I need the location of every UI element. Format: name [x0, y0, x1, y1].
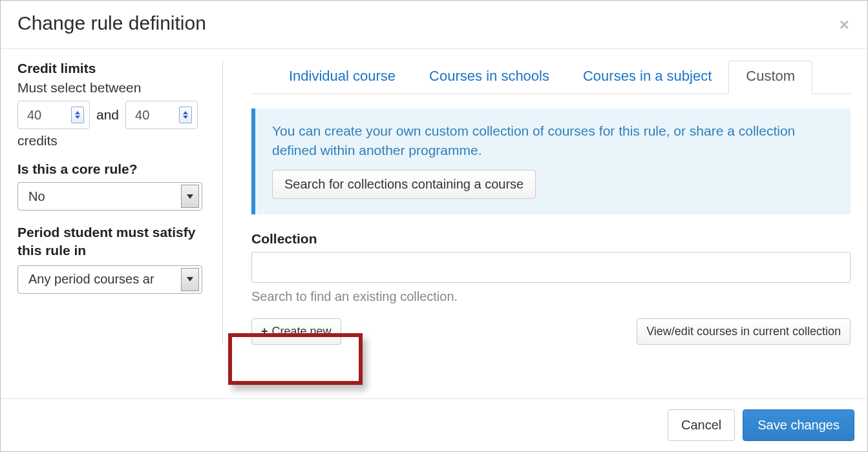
chevron-down-icon [181, 268, 199, 291]
chevron-down-icon [181, 185, 199, 208]
spinner-icon[interactable] [179, 107, 192, 123]
modal-footer: Cancel Save changes [1, 398, 867, 451]
credit-range-row: 40 and 40 [17, 101, 206, 129]
min-credits-value: 40 [27, 108, 41, 123]
right-column: Individual course Courses in schools Cou… [223, 61, 851, 345]
info-panel: You can create your own custom collectio… [251, 108, 851, 214]
max-credits-value: 40 [135, 108, 149, 123]
close-icon[interactable]: × [840, 15, 849, 35]
must-select-label: Must select between [17, 80, 206, 96]
period-label: Period student must satisfy this rule in [17, 223, 206, 260]
cancel-label: Cancel [681, 418, 721, 432]
period-select[interactable]: Any period courses ar [17, 265, 202, 294]
save-label: Save changes [757, 418, 840, 432]
core-rule-value: No [28, 189, 45, 204]
collection-actions: + Create new View/edit courses in curren… [251, 318, 851, 345]
search-collections-label: Search for collections containing a cour… [284, 177, 524, 192]
cancel-button[interactable]: Cancel [668, 409, 735, 441]
core-rule-select[interactable]: No [17, 182, 202, 211]
create-new-button[interactable]: + Create new [251, 318, 341, 345]
search-collections-button[interactable]: Search for collections containing a cour… [272, 170, 536, 199]
modal-header: Change rule definition × [1, 1, 867, 49]
min-credits-input[interactable]: 40 [17, 101, 90, 129]
and-word: and [96, 107, 119, 123]
collection-label: Collection [251, 231, 851, 247]
left-column: Credit limits Must select between 40 and… [17, 61, 223, 345]
tab-courses-in-schools[interactable]: Courses in schools [412, 61, 566, 94]
save-changes-button[interactable]: Save changes [743, 409, 854, 441]
max-credits-input[interactable]: 40 [125, 101, 198, 129]
core-rule-block: Is this a core rule? No [17, 161, 206, 211]
modal-title: Change rule definition [17, 12, 206, 34]
view-edit-label: View/edit courses in current collection [646, 325, 841, 338]
tab-custom[interactable]: Custom [728, 61, 812, 94]
tab-courses-in-subject[interactable]: Courses in a subject [566, 61, 728, 94]
view-edit-collection-button[interactable]: View/edit courses in current collection [637, 318, 851, 345]
credit-limits-block: Credit limits Must select between 40 and… [17, 61, 206, 149]
create-new-label: Create new [272, 325, 332, 338]
spinner-icon[interactable] [71, 107, 84, 123]
period-block: Period student must satisfy this rule in… [17, 223, 206, 294]
collection-hint: Search to find an existing collection. [251, 289, 851, 304]
tab-individual-course[interactable]: Individual course [272, 61, 412, 94]
modal-body: Credit limits Must select between 40 and… [1, 49, 867, 345]
plus-icon: + [261, 325, 268, 338]
credit-limits-label: Credit limits [17, 61, 206, 76]
change-rule-modal: Change rule definition × Credit limits M… [0, 0, 868, 452]
collection-input[interactable] [251, 252, 851, 283]
info-text: You can create your own custom collectio… [272, 121, 834, 161]
core-rule-label: Is this a core rule? [17, 161, 206, 177]
tabs-bar: Individual course Courses in schools Cou… [251, 61, 851, 94]
credits-word: credits [17, 133, 206, 149]
period-value: Any period courses ar [28, 272, 154, 287]
